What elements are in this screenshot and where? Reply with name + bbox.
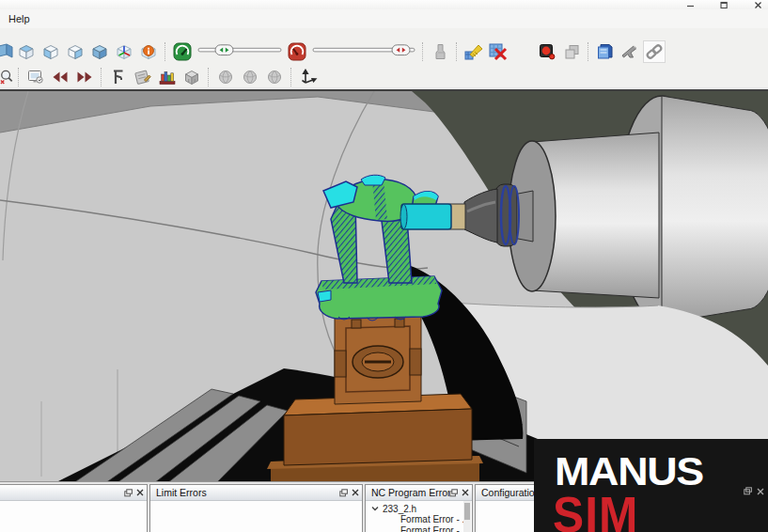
view-cube-axes-icon — [115, 42, 133, 61]
menu-help[interactable]: Help — [0, 9, 39, 27]
panel-limit-errors: Limit Errors — [149, 484, 363, 532]
float-pin-icon[interactable] — [339, 489, 348, 497]
tool-display-icon — [431, 42, 449, 61]
machine-scene — [0, 91, 768, 483]
record-simulation-button[interactable] — [536, 40, 558, 63]
collision-sphere-1-button[interactable] — [214, 66, 237, 88]
view-cube-iso-icon — [90, 42, 109, 61]
titlebar[interactable] — [0, 0, 768, 9]
limit-errors-body[interactable] — [150, 501, 362, 532]
watermark-line2: SIM — [553, 490, 768, 532]
toolbar-separator — [588, 42, 589, 61]
rapid-slider-handle[interactable] — [392, 45, 410, 55]
view-cube-iso-button[interactable] — [88, 40, 111, 63]
minimize-icon — [686, 1, 695, 8]
bar-chart-icon — [157, 67, 178, 87]
maximize-icon — [720, 1, 729, 9]
delete-cuts-icon — [488, 41, 509, 62]
float-pin-icon[interactable] — [449, 489, 458, 497]
step-backward-button[interactable] — [49, 66, 71, 88]
configuration-errors-header-icons — [744, 487, 764, 495]
step-backward-icon — [51, 68, 70, 86]
scrollbar[interactable] — [463, 501, 471, 532]
view-cube-info-button[interactable] — [137, 40, 160, 63]
tree-node-file[interactable]: 233_2.h — [371, 503, 472, 514]
sphere-icon — [216, 68, 235, 86]
zoom-select-button[interactable] — [0, 66, 13, 88]
folders-icon — [595, 41, 616, 62]
simulation-viewport[interactable] — [0, 89, 768, 483]
stock-box-button[interactable] — [180, 66, 203, 88]
maximize-button[interactable] — [719, 1, 729, 8]
jet-icon — [619, 41, 640, 62]
toolbar-separator — [18, 68, 20, 86]
link-views-button[interactable] — [643, 40, 666, 63]
report-folders-button[interactable] — [594, 40, 617, 63]
view-cube-axes-button[interactable] — [113, 40, 135, 63]
gauge-green-icon — [172, 41, 193, 62]
coordinate-axes-button[interactable] — [297, 66, 320, 88]
tool-display-button[interactable] — [429, 40, 451, 63]
sphere-icon — [241, 68, 259, 86]
gauge-red-icon — [287, 41, 307, 62]
panel-unnamed-header[interactable] — [0, 485, 147, 501]
toolbar-area — [0, 28, 768, 87]
close-icon — [754, 1, 762, 9]
sphere-icon — [265, 68, 284, 86]
window-controls — [685, 1, 762, 8]
minimize-button[interactable] — [685, 1, 695, 8]
view-cube-top-button[interactable] — [15, 40, 38, 63]
tree-node-error[interactable]: Format Error - — [371, 525, 472, 532]
session-log-button[interactable] — [132, 66, 154, 88]
tool-collar — [450, 204, 465, 229]
measure-button[interactable] — [107, 66, 130, 88]
panel-nc-program-errors: NC Program Errors 233_2.h Format Error -… — [365, 484, 473, 532]
panel-title: Limit Errors — [156, 487, 339, 498]
delete-cuts-button[interactable] — [487, 40, 509, 63]
collision-sphere-3-button[interactable] — [263, 66, 286, 88]
clear-cut-marks-button[interactable] — [462, 40, 485, 63]
close-panel-icon[interactable] — [757, 488, 764, 495]
nc-program-errors-body[interactable]: 233_2.h Format Error - ... Format Error … — [366, 501, 472, 532]
caliper-icon — [109, 68, 128, 86]
feedrate-slider-handle[interactable] — [215, 45, 233, 55]
crate-icon — [182, 68, 201, 86]
tool-shank — [401, 204, 451, 229]
view-cube-right-button[interactable] — [64, 40, 86, 63]
feedrate-gauge-button[interactable] — [171, 40, 194, 63]
close-panel-icon[interactable] — [136, 489, 144, 496]
toolbar-separator — [208, 68, 210, 86]
float-pin-icon[interactable] — [744, 487, 752, 495]
step-forward-button[interactable] — [73, 66, 96, 88]
link-icon — [644, 41, 665, 62]
close-panel-icon[interactable] — [462, 489, 469, 496]
close-panel-icon[interactable] — [352, 489, 359, 496]
scrollbar-thumb[interactable] — [464, 503, 470, 520]
copy-button[interactable] — [560, 40, 583, 63]
chevron-down-icon — [371, 505, 379, 512]
panel-title: NC Program Errors — [371, 487, 449, 498]
statistics-button[interactable] — [156, 66, 179, 88]
toolbar-separator — [290, 68, 292, 86]
view-cube-left-button[interactable] — [39, 40, 62, 63]
notebook-icon — [133, 67, 153, 87]
toolbar-separator — [422, 42, 424, 61]
close-button[interactable] — [753, 1, 762, 8]
nc-program-errors-header[interactable]: NC Program Errors — [366, 485, 472, 501]
limit-errors-header[interactable]: Limit Errors — [150, 485, 362, 501]
view-cube-front-button[interactable] — [0, 40, 13, 63]
fly-through-button[interactable] — [619, 40, 641, 63]
panel-unnamed-body[interactable] — [0, 501, 147, 532]
monitor-view-button[interactable] — [24, 66, 47, 88]
float-pin-icon[interactable] — [124, 489, 133, 497]
rapid-gauge-button[interactable] — [286, 40, 308, 63]
nc-file-name: 233_2.h — [383, 504, 416, 514]
view-cube-top-icon — [17, 42, 36, 61]
manus-sim-application-window: { "titlebar": { "controls": ["minimize",… — [0, 0, 768, 532]
tree-node-error[interactable]: Format Error - ... — [371, 514, 472, 525]
collision-sphere-2-button[interactable] — [239, 66, 261, 88]
tool-holder-flange — [495, 184, 517, 246]
rapid-slider[interactable] — [311, 39, 416, 64]
toolbar-row-1 — [0, 39, 666, 64]
feedrate-slider[interactable] — [196, 39, 283, 64]
